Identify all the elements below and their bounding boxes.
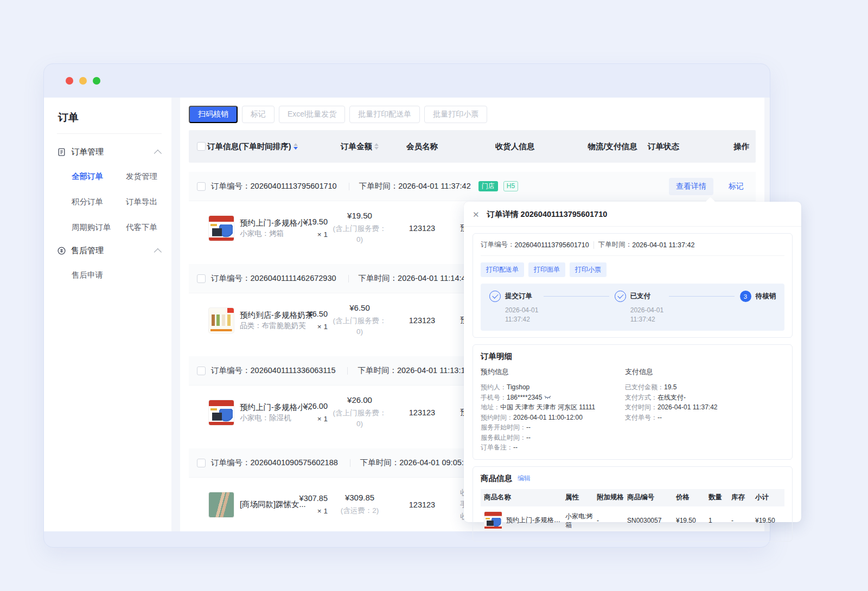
step-check-icon	[489, 291, 501, 302]
view-details-button[interactable]: 查看详情	[669, 178, 713, 195]
table-header: 订单信息(下单时间排序) 订单金额 会员名称 收货人信息 物流/支付信息 订单状…	[189, 130, 756, 163]
row-checkbox[interactable]	[197, 182, 206, 191]
order-no-label: 订单编号：	[211, 458, 251, 467]
goods-price: ¥19.50	[673, 517, 705, 524]
close-icon[interactable]: ✕	[473, 210, 480, 219]
field-label: 服务开始时间：	[481, 423, 526, 431]
order-time-label: 下单时间：	[359, 274, 398, 282]
divider	[348, 275, 349, 282]
order-no-label: 订单编号：	[211, 274, 251, 282]
select-all-checkbox[interactable]	[197, 142, 206, 151]
order-detail-card: 订单明细 预约信息 预约人：Tigshop 手机号：186****2345 地址…	[473, 344, 793, 460]
order-time-label: 下单时间：	[360, 458, 400, 467]
chevron-up-icon[interactable]	[154, 150, 162, 157]
product-name[interactable]: 预约上门-多规格小...	[240, 219, 312, 227]
booking-info-title: 预约信息	[481, 367, 625, 377]
page-title: 订单	[57, 108, 162, 134]
order-amount: ¥309.85	[345, 493, 374, 502]
sidebar-group-aftersale[interactable]: 售后管理	[57, 246, 162, 256]
close-window-icon[interactable]	[66, 77, 73, 85]
product-price: ¥19.50	[304, 217, 328, 226]
field-label: 服务截止时间：	[481, 434, 526, 441]
product-name[interactable]: 预约到店-多规格奶茶	[240, 311, 313, 319]
step-time: 11:37:42	[505, 315, 538, 324]
goods-col-extra: 附加规格	[593, 493, 624, 502]
print-delivery-button[interactable]: 打印配送单	[481, 262, 524, 277]
print-receipt-button[interactable]: 打印小票	[570, 262, 607, 277]
col-action: 操作	[733, 142, 749, 152]
field-value: --	[658, 414, 662, 421]
sort-order-time-icon[interactable]	[293, 143, 298, 150]
order-row-header: 订单编号：20260401113795601710 下单时间：2026-04-0…	[189, 172, 756, 201]
goods-qty: 1	[705, 517, 728, 524]
mark-order-link[interactable]: 标记	[729, 182, 744, 191]
col-amount: 订单金额	[341, 142, 372, 152]
col-status: 订单状态	[648, 142, 679, 152]
goods-card: 商品信息 编辑 商品名称 属性 附加规格 商品编号 价格 数量 库存 小计 预约…	[473, 466, 793, 542]
print-waybill-button[interactable]: 打印面单	[528, 262, 565, 277]
sidebar-item-subscription-orders[interactable]: 周期购订单	[72, 222, 126, 233]
step-check-icon	[615, 291, 626, 302]
order-no-label: 订单编号：	[211, 182, 251, 190]
order-no-value: 20260401111462672930	[251, 274, 336, 282]
popover-title: 订单详情 20260401113795601710	[487, 209, 608, 220]
mark-button[interactable]: 标记	[242, 106, 275, 123]
sidebar-group-order-management[interactable]: 订单管理	[57, 147, 162, 157]
order-time-label: 下单时间：	[358, 366, 397, 375]
goods-attr: 小家电:烤箱	[562, 512, 593, 529]
chevron-up-icon[interactable]	[154, 248, 162, 256]
goods-col-subtotal: 小计	[752, 493, 782, 502]
payment-info-title: 支付信息	[625, 367, 784, 377]
product-spec: 品类：布雷脆脆奶芙	[240, 322, 306, 330]
row-checkbox[interactable]	[197, 459, 206, 467]
product-image	[208, 215, 234, 241]
batch-print-delivery-button[interactable]: 批量打印配送单	[349, 106, 420, 123]
field-value: 19.5	[664, 383, 676, 391]
order-time-value: 2026-04-01 11:13:10	[397, 366, 470, 375]
sidebar-item-aftersale-request[interactable]: 售后申请	[72, 270, 126, 280]
channel-tag-store: 门店	[478, 181, 498, 191]
row-checkbox[interactable]	[197, 274, 206, 283]
product-name[interactable]: [商场同款]踝愫女...	[240, 500, 306, 509]
field-label: 手机号：	[481, 394, 507, 401]
product-image	[484, 511, 502, 530]
minimize-window-icon[interactable]	[79, 77, 87, 85]
edit-goods-link[interactable]: 编辑	[518, 474, 531, 483]
order-time-label: 下单时间：	[359, 182, 399, 190]
eye-icon[interactable]	[544, 395, 551, 400]
batch-print-receipt-button[interactable]: 批量打印小票	[424, 106, 487, 123]
member-name: 123123	[392, 500, 452, 509]
field-value: --	[526, 423, 531, 431]
field-label: 支付单号：	[625, 414, 658, 421]
divider	[347, 367, 348, 375]
order-time-value: 2026-04-01 09:05:10	[399, 458, 473, 467]
field-value: --	[513, 444, 518, 451]
order-no-value: 20260401113795601710	[251, 182, 337, 190]
goods-col-qty: 数量	[705, 493, 728, 502]
toolbar: 扫码核销 标记 Excel批量发货 批量打印配送单 批量打印小票	[189, 106, 756, 123]
excel-batch-ship-button[interactable]: Excel批量发货	[279, 106, 345, 123]
product-qty: × 1	[304, 230, 328, 239]
sidebar-group-label: 订单管理	[71, 147, 104, 157]
sort-amount-icon[interactable]	[374, 143, 379, 150]
product-name[interactable]: 预约上门-多规格小...	[240, 403, 312, 412]
product-spec: 小家电：烤箱	[240, 229, 284, 237]
row-checkbox[interactable]	[197, 367, 206, 375]
product-price: ¥6.50	[308, 310, 328, 318]
field-value: 2026-04-01 11:00-12:00	[513, 414, 583, 421]
product-price: ¥307.85	[299, 494, 328, 503]
member-name: 123123	[392, 316, 452, 325]
sidebar-item-all-orders[interactable]: 全部订单	[72, 171, 126, 182]
goods-col-sn: 商品编号	[624, 493, 673, 502]
order-no-value: 20260401113795601710	[515, 241, 589, 249]
maximize-window-icon[interactable]	[93, 77, 100, 85]
sidebar-item-points-orders[interactable]: 积分订单	[72, 197, 126, 207]
product-qty: × 1	[308, 323, 328, 331]
step-date: 2026-04-01	[630, 306, 663, 315]
scan-verify-button[interactable]: 扫码核销	[189, 106, 238, 123]
field-value: 在线支付-	[658, 394, 686, 401]
product-qty: × 1	[299, 507, 328, 515]
window-titlebar	[44, 64, 770, 98]
order-detail-popover: ✕ 订单详情 20260401113795601710 订单编号： 202604…	[464, 202, 801, 522]
order-amount: ¥6.50	[349, 303, 370, 312]
